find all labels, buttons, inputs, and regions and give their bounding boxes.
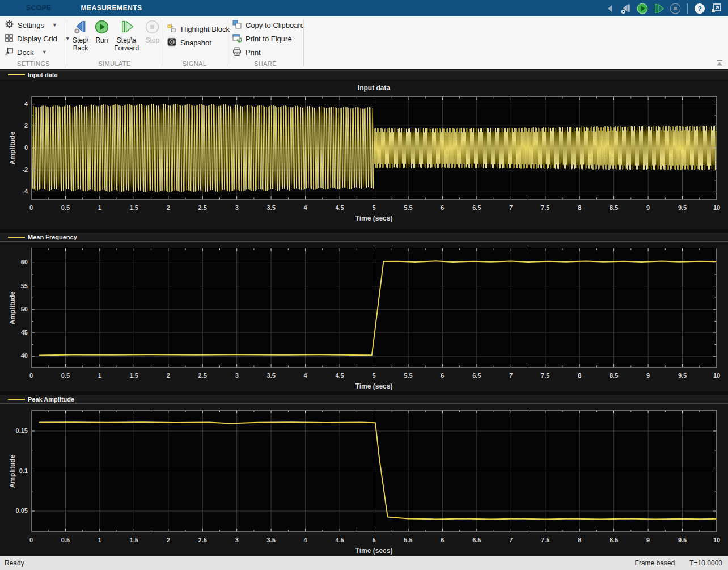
run-label: Run — [95, 36, 108, 44]
toolbar-separator — [303, 19, 304, 66]
x-tick-label: 9.5 — [670, 537, 695, 543]
x-tick-label: 8.5 — [602, 204, 627, 211]
highlight-block-label: Highlight Block — [181, 25, 230, 33]
x-tick-label: 3 — [225, 204, 249, 211]
x-tick-label: 6 — [430, 372, 455, 379]
legend-mean-frequency[interactable]: Mean Frequency — [0, 233, 728, 242]
collapse-toolstrip-button[interactable] — [714, 58, 725, 67]
x-tick-label: 3.5 — [259, 204, 283, 211]
step-back-icon[interactable] — [620, 2, 632, 15]
print-figure-icon — [232, 33, 242, 44]
print-button[interactable]: Print — [227, 45, 303, 59]
x-tick-label: 6 — [430, 204, 455, 211]
x-tick-label: 2.5 — [190, 372, 215, 379]
step-forward-label: Step\a — [117, 36, 137, 44]
legend-label: Peak Amplitude — [28, 396, 74, 403]
x-tick-label: 3.5 — [259, 537, 283, 543]
print-to-figure-button[interactable]: Print to Figure — [227, 32, 303, 45]
stop-button[interactable]: Stop — [143, 19, 162, 52]
toolstrip-tabs: SCOPE MEASUREMENTS — [11, 0, 157, 16]
snapshot-button[interactable]: Snapshot — [162, 36, 227, 49]
x-tick-label: 6 — [430, 537, 455, 543]
x-tick-label: 6.5 — [464, 372, 489, 379]
step-forward-button[interactable]: Step\a Forward — [112, 19, 141, 52]
x-tick-label: 7 — [498, 372, 523, 379]
x-tick-label: 7 — [498, 204, 523, 211]
settings-label: Settings — [18, 21, 44, 29]
panel-mean-frequency: Mean Frequency Amplitude Time (secs) 00.… — [0, 233, 728, 391]
x-tick-label: 2.5 — [190, 204, 215, 211]
display-grid-label: Display Grid — [17, 35, 57, 43]
settings-group-label: SETTINGS — [0, 60, 67, 67]
undock-icon[interactable] — [710, 2, 722, 15]
legend-label: Mean Frequency — [28, 234, 77, 240]
titlebar-divider — [687, 3, 688, 14]
x-tick-label: 1.5 — [121, 372, 146, 379]
x-tick-label: 3.5 — [259, 372, 283, 379]
chart-area-input-data[interactable]: Input data Amplitude Time (secs) 00.511.… — [0, 79, 728, 229]
x-tick-label: 6.5 — [464, 537, 489, 543]
x-tick-label: 0 — [19, 372, 44, 379]
statusbar: Ready Frame based T=10.0000 — [0, 556, 728, 570]
step-forward-icon[interactable] — [653, 2, 665, 15]
x-tick-label: 6.5 — [464, 204, 489, 211]
dock-button[interactable]: Dock ▼ — [0, 45, 67, 59]
plot-axes[interactable] — [31, 410, 717, 532]
plot-axes[interactable] — [31, 248, 717, 368]
signal-group-label: SIGNAL — [162, 60, 227, 67]
settings-button[interactable]: Settings ▼ — [0, 18, 67, 32]
run-button[interactable]: Run — [94, 19, 110, 52]
display-grid-button[interactable]: Display Grid ▼ — [0, 32, 67, 45]
stop-icon[interactable] — [669, 2, 682, 15]
chart-area-mean-frequency[interactable]: Amplitude Time (secs) 00.511.522.533.544… — [0, 242, 728, 391]
x-tick-label: 4 — [293, 537, 318, 543]
x-tick-label: 9 — [636, 537, 661, 543]
snapshot-icon — [167, 37, 176, 48]
tab-measurements[interactable]: MEASUREMENTS — [66, 0, 157, 16]
x-tick-label: 10 — [704, 204, 728, 211]
x-tick-label: 8 — [567, 537, 592, 543]
x-tick-label: 1 — [87, 537, 112, 543]
titlebar-quick-controls: ? — [603, 0, 722, 16]
legend-peak-amplitude[interactable]: Peak Amplitude — [0, 395, 728, 404]
plots-container: Input data Input data Amplitude Time (se… — [0, 69, 728, 556]
plot-axes[interactable] — [31, 96, 717, 200]
legend-line-sample — [8, 237, 25, 238]
legend-input-data[interactable]: Input data — [0, 70, 728, 79]
help-icon[interactable]: ? — [693, 2, 706, 15]
run-icon[interactable] — [636, 2, 649, 15]
chart-area-peak-amplitude[interactable]: Amplitude Time (secs) 00.511.522.533.544… — [0, 404, 728, 556]
tab-scope[interactable]: SCOPE — [11, 0, 66, 16]
plot-title: Input data — [31, 84, 717, 92]
print-label: Print — [246, 48, 261, 57]
x-tick-label: 0 — [19, 204, 44, 211]
status-time: T=10.0000 — [689, 559, 722, 567]
collapse-chevron-icon[interactable] — [603, 2, 616, 15]
x-tick-label: 7.5 — [533, 372, 558, 379]
share-group-label: SHARE — [227, 60, 303, 67]
panel-input-data: Input data Input data Amplitude Time (se… — [0, 70, 728, 229]
y-tick-label: -4 — [3, 188, 28, 195]
signal-group: Highlight Block Snapshot SIGNAL — [162, 16, 227, 69]
x-tick-label: 0.5 — [53, 204, 78, 211]
x-tick-label: 5 — [362, 204, 387, 211]
step-back-icon — [73, 19, 88, 36]
x-tick-label: 2 — [156, 537, 181, 543]
y-tick-label: 0 — [3, 144, 28, 151]
step-forward-icon — [119, 19, 134, 36]
print-to-figure-label: Print to Figure — [246, 35, 292, 43]
titlebar: SCOPE MEASUREMENTS — [0, 0, 728, 16]
x-tick-label: 5.5 — [396, 204, 421, 211]
copy-to-clipboard-button[interactable]: Copy to Clipboard — [227, 18, 303, 32]
x-tick-label: 5 — [362, 372, 387, 379]
copy-clipboard-icon — [232, 20, 242, 31]
highlight-block-button[interactable]: Highlight Block — [162, 22, 227, 36]
simulate-group: Step\ Back Run — [67, 16, 162, 69]
step-back-button[interactable]: Step\ Back — [70, 19, 91, 52]
dock-icon — [5, 48, 13, 57]
x-tick-label: 8.5 — [602, 372, 627, 379]
highlight-block-icon — [167, 24, 177, 35]
x-tick-label: 4 — [293, 372, 318, 379]
settings-group: Settings ▼ Display Grid ▼ — [0, 16, 67, 69]
x-tick-label: 9 — [636, 372, 661, 379]
